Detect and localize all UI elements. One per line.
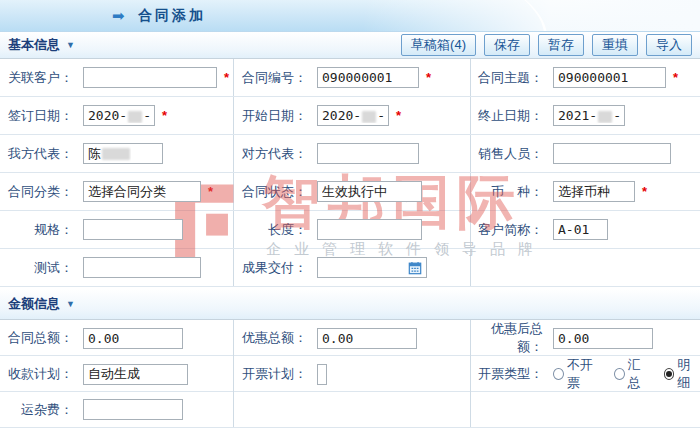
label-other-rep: 对方代表： bbox=[233, 135, 312, 172]
payment-plan-input[interactable]: 自动生成 bbox=[83, 364, 188, 385]
label-freight: 运杂费： bbox=[0, 392, 78, 427]
radio-label: 汇总 bbox=[628, 356, 651, 392]
after-discount-total-input[interactable]: 0.00 bbox=[553, 328, 653, 349]
related-customer-input[interactable] bbox=[83, 67, 217, 88]
radio-icon bbox=[664, 368, 675, 380]
contract-no-input[interactable]: 090000001 bbox=[317, 67, 419, 88]
required-mark: * bbox=[224, 70, 229, 85]
test-input[interactable] bbox=[83, 257, 201, 278]
page-title: 合同添加 bbox=[138, 7, 206, 25]
section-basic-title: 基本信息 bbox=[8, 36, 60, 54]
title-arrow-icon: ➡ bbox=[112, 6, 125, 26]
radio-label: 不开票 bbox=[567, 356, 601, 392]
section-amount-title: 金额信息 bbox=[8, 295, 60, 313]
calendar-icon[interactable] bbox=[408, 261, 422, 275]
collapse-caret-icon[interactable]: ▼ bbox=[66, 299, 75, 309]
form-row: 运杂费： bbox=[0, 392, 700, 428]
section-basic-header: 基本信息 ▼ 草稿箱(4) 保存 暂存 重填 导入 bbox=[0, 32, 700, 59]
section-amount-header: 金额信息 ▼ bbox=[0, 289, 700, 320]
spacer-label bbox=[470, 392, 548, 427]
freight-input[interactable] bbox=[83, 399, 183, 420]
label-invoice-plan: 开票计划： bbox=[233, 356, 312, 392]
spec-input[interactable] bbox=[83, 219, 183, 240]
contract-subject-input[interactable]: 090000001 bbox=[553, 67, 666, 88]
import-button[interactable]: 导入 bbox=[646, 34, 692, 56]
required-mark: * bbox=[426, 70, 431, 85]
contract-add-page: ➡ 合同添加 基本信息 ▼ 草稿箱(4) 保存 暂存 重填 导入 关联客户： *… bbox=[0, 0, 700, 438]
form-row: 我方代表： 陈 对方代表： 销售人员： bbox=[0, 135, 700, 173]
label-sign-date: 签订日期： bbox=[0, 97, 78, 134]
radio-icon bbox=[553, 368, 564, 380]
other-rep-input[interactable] bbox=[317, 143, 419, 164]
start-date-input[interactable]: 2020--14 bbox=[317, 105, 389, 126]
end-date-input[interactable]: 2021--3 bbox=[553, 105, 625, 126]
amount-info-form: 合同总额： 0.00 优惠总额： 0.00 优惠后总额： 0.00 收款计划： … bbox=[0, 320, 700, 428]
required-mark: * bbox=[396, 108, 401, 123]
label-customer-abbr: 客户简称： bbox=[470, 211, 548, 248]
sign-date-input[interactable]: 2020--14 bbox=[83, 105, 155, 126]
form-row: 合同总额： 0.00 优惠总额： 0.00 优惠后总额： 0.00 bbox=[0, 320, 700, 356]
required-mark: * bbox=[673, 70, 678, 85]
form-row: 签订日期： 2020--14* 开始日期： 2020--14* 终止日期： 20… bbox=[0, 97, 700, 135]
label-sales-person: 销售人员： bbox=[470, 135, 548, 172]
label-contract-total: 合同总额： bbox=[0, 320, 78, 356]
label-payment-plan: 收款计划： bbox=[0, 356, 78, 392]
contract-category-input[interactable]: 选择合同分类 bbox=[83, 181, 201, 202]
required-mark: * bbox=[162, 108, 167, 123]
contract-total-input[interactable]: 0.00 bbox=[83, 328, 183, 349]
basic-info-form: 关联客户： * 合同编号： 090000001* 合同主题： 090000001… bbox=[0, 59, 700, 287]
radio-summary[interactable]: 汇总 bbox=[614, 356, 650, 392]
required-mark: * bbox=[642, 184, 647, 199]
invoice-type-radio-group: 不开票 汇总 明细 bbox=[553, 356, 700, 392]
spacer-label bbox=[233, 392, 312, 427]
deliverable-input[interactable] bbox=[317, 257, 427, 278]
label-deliverable: 成果交付： bbox=[233, 249, 312, 286]
invoice-plan-input[interactable] bbox=[317, 364, 327, 385]
draftbox-button[interactable]: 草稿箱(4) bbox=[401, 34, 476, 56]
label-contract-no: 合同编号： bbox=[233, 59, 312, 96]
sales-person-input[interactable] bbox=[553, 143, 671, 164]
contract-status-input[interactable]: 生效执行中 bbox=[317, 181, 422, 202]
form-row: 规格： 长度： 客户简称： A-01 bbox=[0, 211, 700, 249]
label-end-date: 终止日期： bbox=[470, 97, 548, 134]
radio-detail[interactable]: 明细 bbox=[664, 356, 700, 392]
label-after-discount-total: 优惠后总额： bbox=[470, 320, 548, 356]
reset-button[interactable]: 重填 bbox=[592, 34, 638, 56]
form-row: 测试： 成果交付： bbox=[0, 249, 700, 287]
label-start-date: 开始日期： bbox=[233, 97, 312, 134]
label-contract-status: 合同状态： bbox=[233, 173, 312, 210]
label-length: 长度： bbox=[233, 211, 312, 248]
spacer-label bbox=[470, 249, 548, 286]
page-titlebar: ➡ 合同添加 bbox=[0, 0, 700, 32]
label-discount-total: 优惠总额： bbox=[233, 320, 312, 356]
radio-icon bbox=[614, 368, 625, 380]
required-mark: * bbox=[208, 184, 213, 199]
label-contract-subject: 合同主题： bbox=[470, 59, 548, 96]
collapse-caret-icon[interactable]: ▼ bbox=[66, 40, 75, 50]
save-temp-button[interactable]: 暂存 bbox=[538, 34, 584, 56]
label-related-customer: 关联客户： bbox=[0, 59, 78, 96]
form-row: 收款计划： 自动生成 开票计划： 开票类型： 不开票 汇总 明细 bbox=[0, 356, 700, 392]
label-contract-category: 合同分类： bbox=[0, 173, 78, 210]
form-row: 关联客户： * 合同编号： 090000001* 合同主题： 090000001… bbox=[0, 59, 700, 97]
label-invoice-type: 开票类型： bbox=[470, 356, 548, 392]
form-row: 合同分类： 选择合同分类* 合同状态： 生效执行中 币 种： 选择币种* bbox=[0, 173, 700, 211]
customer-abbr-input[interactable]: A-01 bbox=[553, 219, 608, 240]
label-currency: 币 种： bbox=[470, 173, 548, 210]
label-spec: 规格： bbox=[0, 211, 78, 248]
label-our-rep: 我方代表： bbox=[0, 135, 78, 172]
save-button[interactable]: 保存 bbox=[484, 34, 530, 56]
length-input[interactable] bbox=[317, 219, 422, 240]
radio-label: 明细 bbox=[677, 356, 700, 392]
radio-no-invoice[interactable]: 不开票 bbox=[553, 356, 601, 392]
currency-input[interactable]: 选择币种 bbox=[553, 181, 635, 202]
toolbar: 草稿箱(4) 保存 暂存 重填 导入 bbox=[401, 34, 692, 56]
label-test: 测试： bbox=[0, 249, 78, 286]
discount-total-input[interactable]: 0.00 bbox=[317, 328, 417, 349]
our-rep-input[interactable]: 陈 bbox=[83, 143, 163, 164]
